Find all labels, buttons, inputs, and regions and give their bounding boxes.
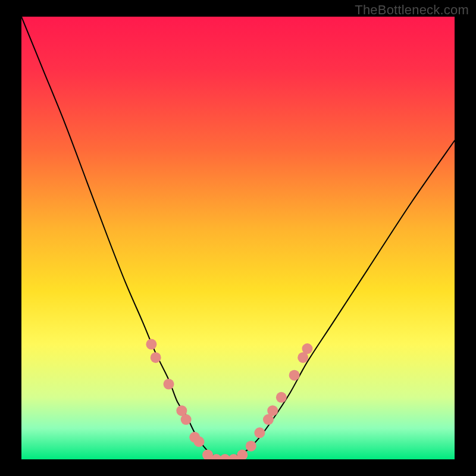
- curve-marker: [193, 436, 204, 447]
- curve-marker: [289, 370, 300, 381]
- curve-marker: [151, 352, 161, 363]
- curve-marker: [246, 441, 256, 452]
- plot-svg: [21, 17, 455, 459]
- curve-marker: [254, 427, 265, 438]
- plot-area: [21, 17, 455, 459]
- watermark-label: TheBottleneck.com: [355, 2, 469, 18]
- curve-marker: [276, 392, 287, 403]
- curve-marker: [267, 405, 278, 416]
- curve-marker: [146, 339, 156, 350]
- chart-frame: TheBottleneck.com: [0, 0, 476, 476]
- gradient-background: [21, 17, 455, 459]
- curve-marker: [302, 343, 312, 354]
- curve-marker: [181, 414, 192, 425]
- curve-marker: [164, 379, 174, 390]
